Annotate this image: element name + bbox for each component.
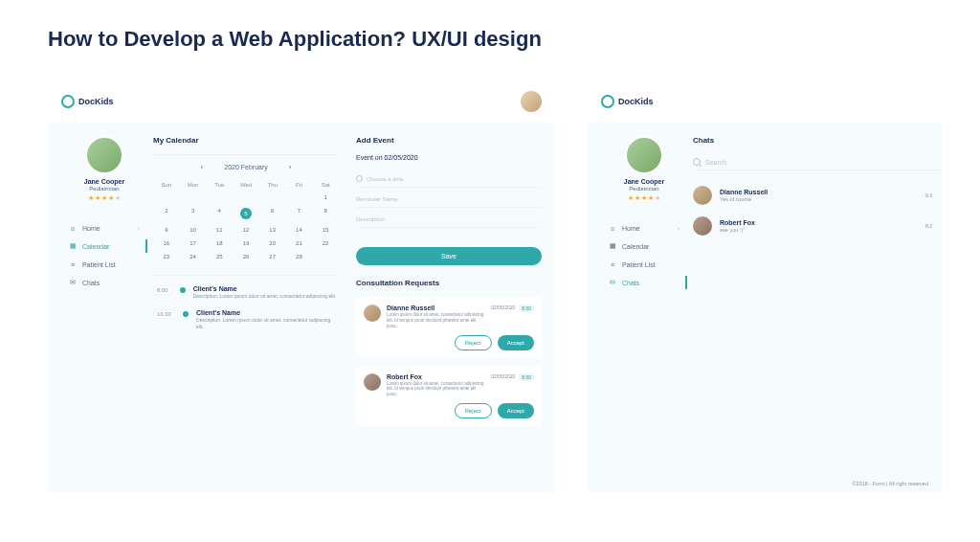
sidebar-item-calendar[interactable]: ▦Calendar bbox=[601, 237, 687, 255]
user-icon: ☺ bbox=[69, 224, 77, 232]
calendar-icon: ▦ bbox=[69, 242, 77, 250]
search-input[interactable]: Search bbox=[693, 154, 942, 170]
request-date: 02/05/2020 bbox=[491, 305, 515, 312]
event-subtitle: Event on 02/05/2020 bbox=[356, 154, 542, 161]
sidebar-item-home[interactable]: ☺Home› bbox=[601, 219, 687, 237]
rating-stars: ★★★★★ bbox=[61, 194, 147, 202]
chat-row[interactable]: Robert Foxsee you :)8:2 bbox=[693, 211, 942, 241]
calendar-day[interactable]: 14 bbox=[286, 223, 313, 237]
section-title: Add Event bbox=[356, 136, 542, 145]
prev-month-button[interactable]: ‹ bbox=[201, 163, 204, 171]
user-icon: ☺ bbox=[609, 224, 616, 232]
reminder-input[interactable]: Reminder Name bbox=[356, 192, 542, 208]
calendar-day[interactable]: 2 bbox=[153, 204, 180, 223]
avatar[interactable] bbox=[521, 91, 542, 112]
calendar-day[interactable]: 27 bbox=[259, 250, 286, 263]
sidebar-item-calendar[interactable]: ▦Calendar bbox=[61, 237, 147, 255]
frame-calendar-screen: DocKids Jane Cooper Pediatrician ★★★★★ ☺… bbox=[48, 80, 555, 492]
calendar-day[interactable]: 18 bbox=[206, 237, 233, 250]
calendar-day[interactable]: 15 bbox=[312, 223, 339, 237]
logo-text: DocKids bbox=[78, 97, 114, 106]
calendar-day[interactable]: 22 bbox=[312, 237, 339, 250]
next-month-button[interactable]: › bbox=[289, 163, 292, 171]
calendar-day[interactable]: 1 bbox=[312, 191, 339, 204]
calendar-day[interactable]: 28 bbox=[286, 250, 313, 263]
calendar-day bbox=[259, 191, 286, 204]
sidebar-item-chats[interactable]: ✉Chats bbox=[601, 274, 687, 291]
calendar-day[interactable]: 5 bbox=[233, 204, 259, 223]
chat-message: Yes of course bbox=[720, 196, 918, 202]
calendar-day[interactable]: 19 bbox=[233, 237, 259, 250]
month-label: 2020 February bbox=[224, 164, 268, 170]
day-of-week: Sun bbox=[153, 179, 180, 191]
calendar-day[interactable]: 4 bbox=[206, 204, 233, 223]
avatar bbox=[85, 136, 123, 174]
footer-text: ©2018 - Form | All right reserved bbox=[853, 481, 928, 486]
list-icon: ≡ bbox=[609, 260, 616, 268]
calendar-day[interactable]: 13 bbox=[259, 223, 286, 237]
calendar-day[interactable]: 21 bbox=[286, 237, 313, 250]
avatar bbox=[625, 136, 663, 174]
day-of-week: Thu bbox=[259, 179, 286, 191]
avatar bbox=[693, 186, 712, 205]
calendar-day[interactable]: 16 bbox=[153, 237, 180, 250]
event-row[interactable]: 16:30Client's NameDescription: Lorem ips… bbox=[153, 309, 339, 330]
chat-icon: ✉ bbox=[609, 279, 616, 286]
dot-icon bbox=[183, 311, 189, 317]
calendar-day[interactable]: 17 bbox=[180, 237, 207, 250]
calendar-day[interactable]: 11 bbox=[206, 223, 233, 237]
avatar bbox=[364, 305, 381, 322]
time-input[interactable]: Choose a time bbox=[356, 170, 542, 188]
calendar-day[interactable]: 3 bbox=[180, 204, 207, 223]
calendar-day[interactable]: 9 bbox=[153, 223, 180, 237]
chat-name: Robert Fox bbox=[720, 219, 918, 226]
event-row[interactable]: 8:00Client's NameDescription: Lorem ipsu… bbox=[153, 285, 339, 300]
avatar bbox=[693, 216, 712, 236]
profile-role: Pediatrician bbox=[61, 186, 147, 192]
calendar-day[interactable]: 23 bbox=[153, 250, 180, 263]
sidebar-item-patient-list[interactable]: ≡Patient List bbox=[601, 256, 687, 273]
sidebar-item-home[interactable]: ☺Home› bbox=[61, 219, 147, 237]
calendar-day[interactable]: 20 bbox=[259, 237, 286, 250]
section-title: My Calendar bbox=[153, 136, 339, 145]
event-time: 8:00 bbox=[153, 285, 172, 295]
calendar-day[interactable]: 24 bbox=[180, 250, 207, 263]
request-card: Robert FoxLorem ipsum dolor sit amet, co… bbox=[356, 366, 542, 427]
request-description: Lorem ipsum dolor sit amet, consectetur … bbox=[387, 381, 485, 398]
section-title: Consultation Requests bbox=[356, 279, 542, 287]
request-date: 02/05/2020 bbox=[491, 373, 515, 381]
logo-icon bbox=[61, 95, 75, 108]
calendar-day[interactable]: 26 bbox=[233, 250, 259, 263]
search-icon bbox=[693, 158, 701, 166]
calendar-day[interactable]: 25 bbox=[206, 250, 233, 263]
event-description: Description: Lorem ipsum dolor sit amet,… bbox=[193, 293, 339, 300]
reject-button[interactable]: Reject bbox=[455, 403, 492, 418]
reject-button[interactable]: Reject bbox=[455, 335, 492, 350]
chat-name: Dianne Russell bbox=[720, 189, 918, 195]
sidebar-item-chats[interactable]: ✉Chats bbox=[61, 274, 147, 291]
calendar-day[interactable]: 6 bbox=[259, 204, 286, 223]
list-icon: ≡ bbox=[69, 260, 77, 268]
accept-button[interactable]: Accept bbox=[498, 403, 534, 418]
calendar-day bbox=[206, 191, 233, 204]
profile-name: Jane Cooper bbox=[601, 178, 687, 185]
logo-text: DocKids bbox=[618, 97, 654, 106]
request-card: Dianne RussellLorem ipsum dolor sit amet… bbox=[356, 297, 542, 358]
calendar-day[interactable]: 7 bbox=[286, 204, 313, 223]
save-button[interactable]: Save bbox=[356, 247, 542, 265]
description-input[interactable]: Description bbox=[356, 212, 542, 228]
logo: DocKids bbox=[61, 95, 114, 108]
calendar-day bbox=[312, 250, 339, 263]
calendar-day[interactable]: 8 bbox=[312, 204, 339, 223]
request-name: Dianne Russell bbox=[387, 305, 485, 311]
chat-row[interactable]: Dianne RussellYes of course9:3 bbox=[693, 180, 942, 211]
sidebar-item-patient-list[interactable]: ≡Patient List bbox=[61, 256, 147, 273]
request-name: Robert Fox bbox=[387, 373, 485, 380]
calendar-day[interactable]: 12 bbox=[233, 223, 259, 237]
calendar-icon: ▦ bbox=[609, 242, 616, 250]
calendar-day bbox=[180, 191, 207, 204]
accept-button[interactable]: Accept bbox=[498, 335, 534, 350]
chat-time: 8:2 bbox=[925, 223, 932, 229]
request-time: 8:00 bbox=[519, 305, 534, 312]
calendar-day[interactable]: 10 bbox=[180, 223, 207, 237]
